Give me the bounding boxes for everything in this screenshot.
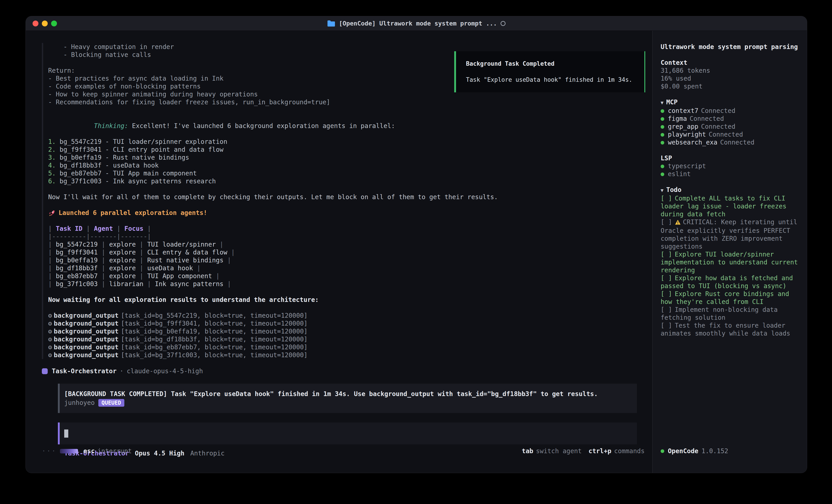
warning-icon (675, 219, 681, 227)
banner-text: [BACKGROUND TASK COMPLETED] Task "Explor… (64, 390, 631, 398)
launched-text: Launched 6 parallel exploration agents! (58, 209, 207, 217)
connected-dot-icon (660, 141, 664, 144)
connected-dot-icon (660, 125, 664, 129)
mcp-server-item: websearch_exaConnected (660, 138, 801, 146)
attribution-agent-name: Task-Orchestrator (52, 367, 116, 375)
banner-user: junhoyeo (64, 399, 95, 407)
window-title: [OpenCode] Ultrawork mode system prompt … (327, 20, 505, 27)
agent-list-item: 6. bg_37f1c003 - Ink async patterns rese… (48, 177, 645, 185)
window-title-text: [OpenCode] Ultrawork mode system prompt … (339, 20, 497, 27)
titlebar[interactable]: [OpenCode] Ultrawork mode system prompt … (26, 16, 807, 31)
app-version: 1.0.152 (702, 447, 728, 455)
connected-dot-icon (660, 165, 664, 168)
thinking-line: Thinking: Excellent! I've launched 6 bac… (48, 114, 645, 138)
close-window-button[interactable] (32, 21, 38, 26)
tab-key-hint: tab (522, 447, 534, 455)
session-title: Ultrawork mode system prompt parsing (660, 43, 801, 51)
mcp-section: ▼MCP context7Connected figmaConnected gr… (660, 98, 801, 146)
toast-body: Task "Explore useData hook" finished in … (466, 76, 634, 84)
todo-item: [ ]CRITICAL: Keep iterating until Oracle… (660, 218, 801, 250)
table-row: |bg_b0effa19|explore|Rust native binding… (48, 256, 645, 264)
gear-icon: ⚙ (48, 352, 52, 359)
mcp-section-header[interactable]: ▼MCP (660, 98, 801, 107)
agent-list-item: 2. bg_f9ff3041 - CLI entry point and dat… (48, 146, 645, 153)
tool-call-line: ⚙background_output[task_id=bg_f9ff3041, … (48, 319, 645, 328)
tool-call-line: ⚙background_output[task_id=bg_df18bb3f, … (48, 335, 645, 343)
status-bar: ··· esc interrupt tabswitch agent ctrl+p… (42, 447, 645, 455)
table-divider-row: |---------|-------|-------| (48, 232, 645, 241)
tool-call-line: ⚙background_output[task_id=bg_37f1c003, … (48, 351, 645, 359)
esc-key-label: interrupt (98, 447, 132, 455)
connected-dot-icon (660, 117, 664, 121)
collapse-triangle-icon: ▼ (660, 100, 664, 106)
thinking-text: Excellent! I've launched 6 background ex… (128, 122, 395, 130)
transcript-line: - Recommendations for fixing loader free… (48, 98, 645, 106)
waiting-heading: Now waiting for all exploration results … (48, 296, 645, 304)
context-used: 16% used (660, 75, 801, 82)
connected-dot-icon (660, 133, 664, 137)
collapse-triangle-icon: ▼ (660, 188, 664, 193)
gear-icon: ⚙ (48, 336, 52, 343)
mcp-server-item: grep_appConnected (660, 122, 801, 131)
lsp-heading: LSP (660, 154, 801, 162)
table-row: |bg_5547c219|explore|TUI loader/spinner| (48, 241, 645, 248)
table-row: |bg_f9ff3041|explore|CLI entry & data fl… (48, 248, 645, 256)
context-section: Context 31,686 tokens 16% used $0.00 spe… (660, 59, 801, 90)
sidebar-footer: OpenCode 1.0.152 (660, 447, 728, 455)
toast-title: Background Task Completed (466, 60, 634, 68)
background-task-toast[interactable]: Background Task Completed Task "Explore … (454, 51, 645, 92)
todo-section-header[interactable]: ▼Todo (660, 186, 801, 194)
table-row: |bg_df18bb3f|explore|useData hook| (48, 264, 645, 272)
brand-name: OpenCode (668, 447, 698, 455)
todo-item: [ ]Complete ALL tasks to fix CLI loader … (660, 194, 801, 218)
agent-list-item: 5. bg_eb87ebb7 - TUI App main component (48, 169, 645, 177)
todo-item: [ ]Test the fix to ensure loader animate… (660, 321, 801, 337)
lsp-item: eslint (660, 170, 801, 178)
todo-item: [ ]Explore how data is fetched and passe… (660, 274, 801, 290)
mcp-server-item: figmaConnected (660, 115, 801, 122)
gear-icon: ⚙ (48, 312, 52, 319)
status-dots: ··· (42, 447, 57, 455)
launched-line: Launched 6 parallel exploration agents! (48, 209, 645, 217)
attribution-model-name: claude-opus-4-5-high (127, 367, 203, 375)
status-circle-icon (500, 21, 505, 26)
mcp-server-item: playwrightConnected (660, 131, 801, 138)
lsp-item: typescript (660, 162, 801, 170)
ctrlp-key-label: commands (614, 447, 645, 455)
tool-call-line: ⚙background_output[task_id=bg_b0effa19, … (48, 328, 645, 335)
agent-list-item: 4. bg_df18bb3f - useData hook (48, 162, 645, 169)
minimize-window-button[interactable] (42, 21, 48, 26)
gear-icon: ⚙ (48, 343, 52, 351)
tool-call-line: ⚙background_output[task_id=bg_eb87ebb7, … (48, 343, 645, 351)
terminal-main-pane: - Heavy computation in render - Blocking… (26, 31, 652, 473)
context-spent: $0.00 spent (660, 82, 801, 90)
thinking-label: Thinking: (94, 122, 128, 130)
zoom-window-button[interactable] (51, 21, 57, 26)
tool-call-line: ⚙background_output[task_id=bg_5547c219, … (48, 312, 645, 319)
tab-key-label: switch agent (536, 447, 582, 455)
interrupt-progress-bar (60, 449, 78, 453)
agent-chip-icon (42, 368, 48, 374)
background-task-banner: [BACKGROUND TASK COMPLETED] Task "Explor… (58, 384, 637, 413)
folder-icon (327, 20, 335, 27)
context-heading: Context (660, 59, 801, 66)
traffic-lights (32, 21, 57, 26)
table-row: |bg_eb87ebb7|explore|TUI App component| (48, 272, 645, 280)
todo-section: ▼Todo [ ]Complete ALL tasks to fix CLI l… (660, 186, 801, 337)
wait-paragraph: Now I'll wait for all of them to complet… (48, 193, 645, 201)
todo-item: [ ]Explore Rust core bindings and how th… (660, 290, 801, 306)
todo-item: [ ]Implement non-blocking data fetching … (660, 306, 801, 321)
prompt-input[interactable] (58, 422, 637, 444)
opencode-window: [OpenCode] Ultrawork mode system prompt … (26, 16, 807, 473)
online-dot-icon (660, 449, 664, 453)
table-row: |bg_37f1c003|librarian|Ink async pattern… (48, 280, 645, 288)
rocket-icon (48, 209, 55, 217)
todo-item: [ ]Explore TUI loader/spinner implementa… (660, 250, 801, 274)
ctrlp-key-hint: ctrl+p (589, 447, 612, 455)
transcript-line: - Heavy computation in render (48, 43, 645, 51)
message-attribution: Task-Orchestrator · claude-opus-4-5-high (42, 367, 645, 375)
chat-transcript[interactable]: - Heavy computation in render - Blocking… (26, 31, 652, 457)
agent-list-item: 1. bg_5547c219 - TUI loader/spinner expl… (48, 138, 645, 146)
sidebar: Ultrawork mode system prompt parsing Con… (652, 31, 807, 473)
text-cursor (64, 429, 68, 438)
